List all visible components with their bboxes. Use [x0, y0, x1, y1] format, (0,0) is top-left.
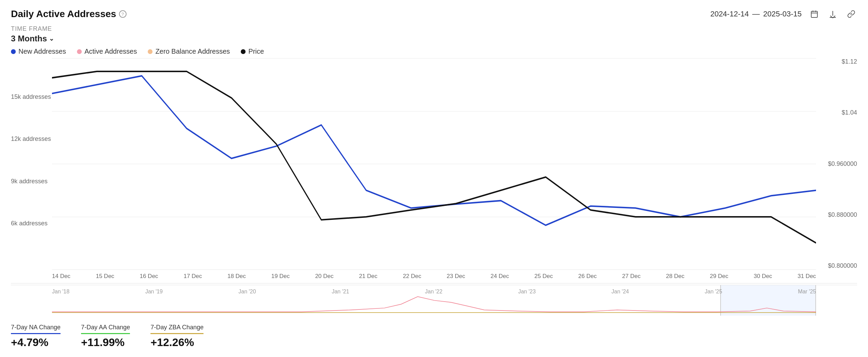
y-left-2: 12k addresses	[11, 135, 52, 143]
y-left-4: 6k addresses	[11, 220, 52, 227]
stat-zba-change: 7-Day ZBA Change +12.26%	[150, 324, 203, 349]
x-label-3: 17 Dec	[184, 273, 202, 280]
legend-label-new: New Addresses	[18, 48, 66, 55]
y-right-0: $1.12	[842, 58, 857, 65]
x-label-4: 18 Dec	[227, 273, 246, 280]
y-right-1: $1.04	[842, 109, 857, 116]
y-right-4: $0.800000	[828, 262, 857, 269]
stat-zba-underline	[150, 333, 203, 334]
mini-label-7: Jan '25	[705, 289, 722, 295]
mini-label-5: Jan '23	[518, 289, 536, 295]
x-label-5: 19 Dec	[271, 273, 290, 280]
x-label-0: 14 Dec	[52, 273, 70, 280]
x-axis: 14 Dec 15 Dec 16 Dec 17 Dec 18 Dec 19 De…	[52, 269, 816, 283]
y-axis-left: 15k addresses 12k addresses 9k addresses…	[11, 58, 52, 269]
timeframe-value: 3 Months	[11, 34, 47, 43]
legend-row: New Addresses Active Addresses Zero Bala…	[11, 48, 857, 55]
date-start: 2024-12-14	[710, 10, 749, 18]
y-right-3: $0.880000	[828, 211, 857, 219]
new-addresses-line	[52, 76, 816, 225]
stat-aa-label: 7-Day AA Change	[81, 324, 130, 331]
y-left-3: 9k addresses	[11, 178, 52, 185]
mini-label-8: Mar '25	[798, 289, 816, 295]
legend-label-price: Price	[248, 48, 264, 55]
stats-row: 7-Day NA Change +4.79% 7-Day AA Change +…	[11, 321, 857, 349]
title-area: Daily Active Addresses ?	[11, 9, 127, 19]
x-label-8: 22 Dec	[403, 273, 421, 280]
mini-pink-line	[52, 296, 816, 312]
stat-aa-underline	[81, 333, 130, 334]
mini-label-6: Jan '24	[611, 289, 629, 295]
mini-chart-section: Jan '18 Jan '19 Jan '20 Jan '21 Jan '22 …	[11, 285, 857, 316]
legend-price[interactable]: Price	[241, 48, 264, 55]
y-right-2: $0.960000	[828, 160, 857, 168]
legend-dot-active	[77, 49, 82, 54]
mini-chart-labels: Jan '18 Jan '19 Jan '20 Jan '21 Jan '22 …	[52, 289, 816, 295]
x-label-11: 25 Dec	[535, 273, 553, 280]
legend-dot-price	[241, 49, 246, 54]
mini-label-3: Jan '21	[332, 289, 349, 295]
stat-na-value: +4.79%	[11, 336, 61, 349]
x-label-15: 29 Dec	[710, 273, 728, 280]
header-row: Daily Active Addresses ? 2024-12-14 — 20…	[11, 8, 857, 20]
mini-label-0: Jan '18	[52, 289, 69, 295]
stat-aa-change: 7-Day AA Change +11.99%	[81, 324, 130, 349]
mini-label-1: Jan '19	[145, 289, 163, 295]
legend-new-addresses[interactable]: New Addresses	[11, 48, 66, 55]
timeframe-label: TIME FRAME	[11, 25, 857, 32]
x-label-16: 30 Dec	[754, 273, 772, 280]
stat-zba-label: 7-Day ZBA Change	[150, 324, 203, 331]
stat-zba-value: +12.26%	[150, 336, 203, 349]
legend-dot-zero	[148, 49, 153, 54]
timeframe-selector[interactable]: 3 Months ⌄	[11, 34, 857, 43]
legend-dot-new	[11, 49, 16, 54]
link-icon[interactable]	[845, 8, 857, 20]
date-range: 2024-12-14 — 2025-03-15	[710, 10, 802, 18]
date-separator: —	[752, 10, 760, 18]
info-icon[interactable]: ?	[119, 10, 127, 18]
stat-aa-value: +11.99%	[81, 336, 130, 349]
x-label-1: 15 Dec	[96, 273, 114, 280]
x-label-17: 31 Dec	[798, 273, 816, 280]
timeframe-section: TIME FRAME 3 Months ⌄	[11, 25, 857, 43]
stat-na-underline	[11, 333, 61, 334]
chevron-down-icon: ⌄	[49, 35, 54, 42]
legend-label-active: Active Addresses	[84, 48, 137, 55]
y-axis-right: $1.12 $1.04 $0.960000 $0.880000 $0.80000…	[816, 58, 857, 269]
chart-area: 15k addresses 12k addresses 9k addresses…	[11, 58, 857, 283]
x-label-7: 21 Dec	[359, 273, 378, 280]
x-label-2: 16 Dec	[140, 273, 158, 280]
page-title: Daily Active Addresses	[11, 9, 116, 19]
main-chart-svg	[52, 58, 816, 269]
main-container: Daily Active Addresses ? 2024-12-14 — 20…	[0, 0, 868, 357]
legend-zero-balance[interactable]: Zero Balance Addresses	[148, 48, 230, 55]
svg-rect-0	[811, 11, 817, 17]
legend-active-addresses[interactable]: Active Addresses	[77, 48, 137, 55]
x-label-13: 27 Dec	[622, 273, 641, 280]
x-label-9: 23 Dec	[447, 273, 465, 280]
stat-na-label: 7-Day NA Change	[11, 324, 61, 331]
x-label-6: 20 Dec	[315, 273, 333, 280]
x-label-12: 26 Dec	[578, 273, 597, 280]
x-label-14: 28 Dec	[666, 273, 684, 280]
header-controls: 2024-12-14 — 2025-03-15	[710, 8, 857, 20]
date-end: 2025-03-15	[763, 10, 802, 18]
x-label-10: 24 Dec	[490, 273, 509, 280]
price-line	[52, 71, 816, 243]
mini-label-4: Jan '22	[425, 289, 443, 295]
legend-label-zero: Zero Balance Addresses	[155, 48, 230, 55]
download-icon[interactable]	[827, 8, 839, 20]
y-left-1: 15k addresses	[11, 93, 52, 101]
stat-na-change: 7-Day NA Change +4.79%	[11, 324, 61, 349]
mini-label-2: Jan '20	[238, 289, 256, 295]
calendar-icon[interactable]	[808, 8, 820, 20]
